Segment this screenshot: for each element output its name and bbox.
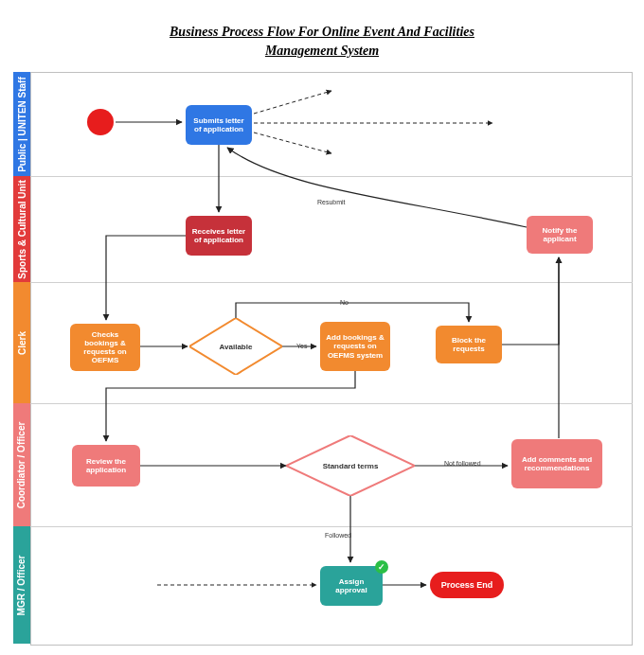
node-assign: Assign approval xyxy=(320,566,383,606)
label-no: No xyxy=(339,299,349,306)
label-resubmit: Resubmit xyxy=(316,199,347,205)
check-icon: ✓ xyxy=(375,560,388,574)
lane-clerk: Clerk xyxy=(13,282,30,403)
node-add: Add bookings & requests on OEFMS system xyxy=(320,322,390,371)
lane-mgr: MGR / Officer xyxy=(13,526,30,644)
decision-standard-terms: Standard terms xyxy=(286,435,415,496)
decision-available: Available xyxy=(189,318,282,375)
doc-facility: Facilicity booking form xyxy=(335,80,400,106)
end-node: Process End xyxy=(430,572,504,598)
node-checks: Checks bookings & requests on OEFMS xyxy=(70,324,140,371)
lane-public: Public | UNITEN Staff xyxy=(13,72,30,176)
label-yes: Yes xyxy=(295,343,308,349)
node-review: Review the application xyxy=(72,445,140,487)
lane-sep xyxy=(30,176,633,177)
node-comments: Add comments and recommendations xyxy=(511,439,602,488)
swimlane-diagram: Business Process Flow For Online Event A… xyxy=(0,0,644,655)
label-followed: Followed xyxy=(324,532,352,539)
node-block: Block the requests xyxy=(436,326,502,363)
doc-music: Music room booking form xyxy=(335,142,400,170)
lane-sports: Sports & Cultural Unit xyxy=(13,176,30,282)
diagram-title: Business Process Flow For Online Event A… xyxy=(0,23,644,60)
doc-hardcopy: Hardcopy of approved application from SA… xyxy=(78,564,157,610)
label-notfollowed: Not followed xyxy=(443,460,482,467)
lane-coord: Coordiator / Officer xyxy=(13,403,30,526)
lane-sep xyxy=(30,526,633,527)
node-receives: Receives letter of application xyxy=(186,216,252,256)
doc-equipment: Equipment booking form xyxy=(496,112,561,140)
lane-sep xyxy=(30,403,633,404)
node-submits: Submits letter of application xyxy=(186,105,252,145)
lane-sep xyxy=(30,282,633,283)
title-line-1: Business Process Flow For Online Event A… xyxy=(170,25,474,39)
start-node xyxy=(87,109,114,135)
node-notify: Notify the applicant xyxy=(527,216,593,254)
title-line-2: Management System xyxy=(265,44,379,58)
